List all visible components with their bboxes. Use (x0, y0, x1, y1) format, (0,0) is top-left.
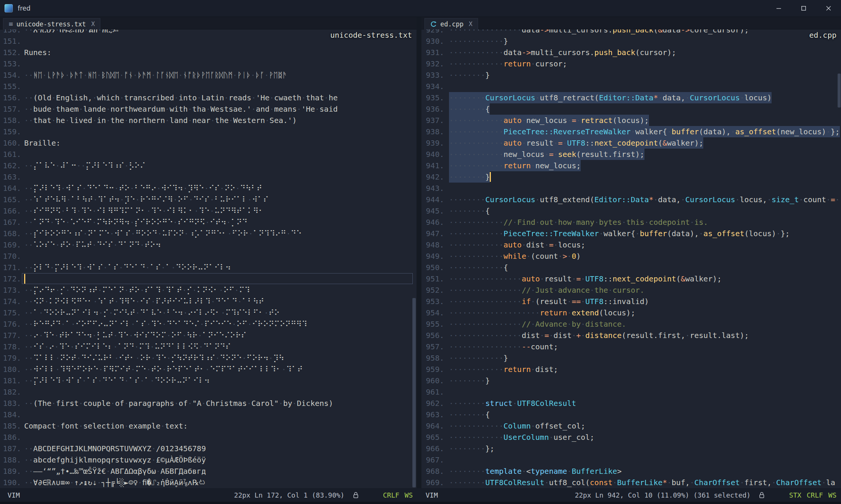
code-line[interactable]: 186. (0, 432, 417, 443)
code-line[interactable]: 187.··ABCDEFGHIJKLMNOPQRSTUVWXYZ·/012345… (0, 443, 417, 454)
code-line[interactable]: 171.··⡕⠇⠙·⡍⠜⠇⠑⠹·⠺⠁⠎·⠁⠎·⠙⠑⠁⠙·⠁⠎·⠁·⠙⠕⠕⠗⠤⠝⠁… (0, 262, 417, 273)
code-line[interactable]: 165.··⠱⠁⠞⠑⠧⠻·⠁⠃⠳⠞·⠹⠁⠞⠲·⡹⠑·⠗⠑⠛⠊⠌⠻·⠕⠋·⠙⠊⠎·… (0, 194, 417, 205)
code-line[interactable]: 178.··⠊⠎·⠔·⠹⠑·⠎⠊⠍⠊⠇⠑⠆·⠁⠝⠙·⠍⠹·⠥⠝⠙⠁⠇⠇⠪⠫·⠙⠁… (0, 341, 417, 352)
code-line[interactable]: 954.····················return·extend(lo… (421, 307, 841, 318)
code-line[interactable]: 935.········CursorLocus·utf8_retract(Edi… (421, 92, 841, 103)
editor-viewport-right[interactable]: 929.················data->multi_cursors.… (421, 29, 841, 488)
code-line[interactable]: 937.············auto·new_locus·=·retract… (421, 115, 841, 126)
code-line[interactable]: 161. (0, 149, 417, 160)
code-line[interactable]: 966.········}; (421, 443, 841, 454)
code-line[interactable]: 154.··ᚻᛖ·ᚳᚹᚫᚦ·ᚦᚫᛏ·ᚻᛖ·ᛒᚢᛞᛖ·ᚩᚾ·ᚦᚫᛗ·ᛚᚪᚾᛞᛖ·ᚾ… (0, 69, 417, 81)
code-line[interactable]: 190.··∀∂∈ℝ∧∪≡∞·↑↗↨↻⇣·┐┼╔╘░►☺♀·ﬁ�⑀₂ἠḂӥḀӥ⅞… (0, 477, 417, 488)
code-line[interactable]: 965.············UserColumn·user_col; (421, 432, 841, 443)
code-line[interactable]: 947.············PieceTree::TreeWalker·wa… (421, 228, 841, 239)
code-line[interactable]: 969.········UTF8ColResult·utf8_col(const… (421, 477, 841, 488)
code-line[interactable]: 968.········template·<typename·BufferLik… (421, 466, 841, 477)
code-line[interactable]: 939.············auto·result·=·UTF8::next… (421, 137, 841, 149)
code-line[interactable]: 158.··that·he·lived·in·the·northern·land… (0, 115, 417, 126)
code-line[interactable]: 953.················if·(result·==·UTF8::… (421, 296, 841, 307)
tab-close-icon[interactable]: X (469, 20, 472, 28)
code-line[interactable]: 153. (0, 58, 417, 69)
code-line[interactable]: 180.··⠺⠊⠇⠇·⠹⠻⠑⠋⠕⠗⠑·⠏⠻⠍⠊⠞·⠍⠑·⠞⠕·⠗⠑⠏⠑⠁⠞⠂·⠑… (0, 364, 417, 375)
code-line[interactable]: 951.················auto·result·=·UTF8::… (421, 273, 841, 284)
code-line[interactable]: 182. (0, 386, 417, 398)
code-line[interactable]: 941.············return·new_locus; (421, 160, 841, 171)
line-number: 154. (0, 69, 21, 81)
code-line[interactable]: 938.············PieceTree::ReverseTreeWa… (421, 126, 841, 137)
code-line[interactable]: 175.··⠁·⠙⠕⠕⠗⠤⠝⠁⠊⠇⠲·⡊·⠍⠊⠣⠞·⠙⠁⠧⠑·⠃⠑⠲·⠔⠊⠇⠔⠫… (0, 307, 417, 318)
code-line[interactable]: 152.Runes: (0, 47, 417, 58)
line-number: 956. (421, 330, 444, 341)
code-line[interactable]: 948.············auto·dist·=·locus; (421, 239, 841, 250)
code-line[interactable]: 962.········struct·UTF8ColResult (421, 398, 841, 409)
code-line[interactable]: 944.········CursorLocus·utf8_extend(Edit… (421, 194, 841, 205)
minimize-button[interactable] (766, 0, 791, 17)
tab-ed-cpp[interactable]: ed.cpp X (424, 18, 478, 29)
line-number: 930. (421, 35, 444, 47)
code-line[interactable]: 929.················data->multi_cursors.… (421, 29, 841, 35)
code-line[interactable]: 952.················//·Just·advance·the·… (421, 284, 841, 296)
editor-viewport-left[interactable]: 150.··እግርህን·በፍራሽህ·ልክ·ዘርጋ።151.152.Runes:1… (0, 29, 417, 488)
line-number: 186. (0, 432, 21, 443)
code-line[interactable]: 183.··(The·first·couple·of·paragraphs·of… (0, 398, 417, 409)
maximize-button[interactable] (791, 0, 816, 17)
code-line[interactable]: 159. (0, 126, 417, 137)
code-line[interactable]: 162.··⡌⠁⠧⠑·⠼⠁⠒··⡍⠜⠇⠑⠹⠰⠎·⡣⠕⠌ (0, 160, 417, 171)
line-text: ··⡌⠁⠧⠑·⠼⠁⠒··⡍⠜⠇⠑⠹⠰⠎·⡣⠕⠌ (24, 160, 145, 171)
close-button[interactable] (816, 0, 841, 17)
line-number: 960. (421, 375, 444, 386)
code-line[interactable]: 946.············//·Find·out·how·many·byt… (421, 217, 841, 228)
code-line[interactable]: 188.··abcdefghijklmnopqrstuvwxyz·£©µÀÆÖÞ… (0, 454, 417, 466)
code-line[interactable]: 958.············} (421, 352, 841, 364)
code-line[interactable]: 167.··⠁⠝⠙·⠹⠑·⠡⠊⠑⠋·⠍⠳⠗⠝⠻⠲·⡎⠊⠗⠕⠕⠛⠑·⠎⠊⠛⠝⠫·⠊… (0, 217, 417, 228)
code-line[interactable]: 949.············while·(count·>·0) (421, 250, 841, 262)
code-line[interactable]: 963.········{ (421, 409, 841, 420)
code-line[interactable]: 932.············return·cursor; (421, 58, 841, 69)
line-number: 189. (0, 466, 21, 477)
code-line[interactable]: 177.··⠔·⠹⠑·⠞⠗⠁⠙⠑⠲·⡃⠥⠞·⠹⠑·⠺⠊⠎⠙⠕⠍·⠕⠋·⠳⠗·⠁⠝… (0, 330, 417, 341)
code-line[interactable]: 176.··⠗⠑⠛⠜⠙·⠁·⠊⠕⠋⠋⠔⠤⠝⠁⠊⠇·⠁⠎·⠹⠑·⠙⠑⠁⠙⠑⠌·⠏⠊… (0, 318, 417, 330)
pane-divider[interactable] (417, 17, 421, 488)
code-line[interactable]: 934. (421, 81, 841, 92)
code-line[interactable]: 955.················//·Advance·by·distan… (421, 318, 841, 330)
scrollbar-thumb[interactable] (838, 74, 841, 108)
scrollbar-thumb[interactable] (412, 298, 416, 487)
code-line[interactable]: 959.············return·dist; (421, 364, 841, 375)
code-line[interactable]: 943. (421, 183, 841, 194)
line-number: 966. (421, 443, 444, 454)
code-line[interactable]: 174.··⠪⠝·⠅⠝⠪⠇⠫⠛⠑⠂·⠱⠁⠞·⠹⠻⠑·⠊⠎·⠏⠜⠞⠊⠊⠥⠇⠜⠇⠹·… (0, 296, 417, 307)
code-line[interactable]: 950.············{ (421, 262, 841, 273)
tab-close-icon[interactable]: X (91, 20, 95, 28)
code-line[interactable]: 181.··⡍⠜⠇⠑⠹·⠺⠁⠎·⠁⠎·⠙⠑⠁⠙·⠁⠎·⠁·⠙⠕⠕⠗⠤⠝⠁⠊⠇⠲ (0, 375, 417, 386)
code-line[interactable]: 170. (0, 250, 417, 262)
code-line[interactable]: 961. (421, 386, 841, 398)
code-line[interactable]: 168.··⡎⠊⠗⠕⠕⠛⠑⠰⠎·⠝⠁⠍⠑·⠺⠁⠎·⠛⠕⠕⠙·⠥⠏⠕⠝·⠰⡡⠁⠝⠛… (0, 228, 417, 239)
code-line[interactable]: 967. (421, 454, 841, 466)
code-line[interactable]: 169.··⠡⠕⠎⠑·⠞⠕·⠏⠥⠞·⠙⠊⠎·⠙⠁⠝⠙·⠞⠕⠲ (0, 239, 417, 250)
code-line[interactable]: 960.········} (421, 375, 841, 386)
code-line[interactable]: 173.··⡍⠔⠙⠖·⡊·⠙⠕⠝⠰⠞·⠍⠑⠁⠝·⠞⠕·⠎⠁⠹·⠹⠁⠞·⡊·⠅⠝⠪… (0, 284, 417, 296)
code-line[interactable]: 933.········} (421, 69, 841, 81)
code-line[interactable]: 157.··bude·thaem·lande·northweardum·with… (0, 103, 417, 115)
code-line[interactable]: 964.············Column·offset_col; (421, 420, 841, 432)
code-line[interactable]: 166.··⠎⠊⠛⠝⠫·⠃⠹·⠹⠑·⠊⠇⠻⠛⠹⠍⠁⠝⠂·⠹⠑·⠊⠇⠻⠅⠂·⠹⠑·… (0, 205, 417, 217)
code-line[interactable]: 156.··(Old·English,·which·transcribed·in… (0, 92, 417, 103)
line-number: 174. (0, 296, 21, 307)
code-line[interactable]: 160.Braille: (0, 137, 417, 149)
tab-unicode-stress-txt[interactable]: ≡ unicode-stress.txt X (3, 18, 100, 29)
code-line[interactable]: 931.············data->multi_cursors.push… (421, 47, 841, 58)
code-line[interactable]: 155. (0, 81, 417, 92)
code-line[interactable]: 940.············new_locus·=·seek(result.… (421, 149, 841, 160)
code-line[interactable]: 163. (0, 171, 417, 183)
code-line[interactable]: 184. (0, 409, 417, 420)
code-line[interactable]: 957.················--count; (421, 341, 841, 352)
code-line[interactable]: 179.··⠩⠁⠇⠇·⠝⠕⠞·⠙⠊⠌⠥⠗⠃·⠊⠞⠂·⠕⠗·⠹⠑·⡊⠳⠝⠞⠗⠹⠰⠎… (0, 352, 417, 364)
code-line[interactable]: 930.············} (421, 35, 841, 47)
code-line[interactable]: 956.················dist·=·dist·+·distan… (421, 330, 841, 341)
code-line[interactable]: 942.········} (421, 171, 841, 183)
code-line[interactable]: 185.Compact·font·selection·example·text: (0, 420, 417, 432)
code-line[interactable]: 189.··–—‘“”„†•…‰™œŠŸž€·ΑΒΓΔΩαβγδω·АБВГДа… (0, 466, 417, 477)
code-line[interactable]: 945.········{ (421, 205, 841, 217)
code-line[interactable]: 936.········{ (421, 103, 841, 115)
code-line[interactable]: 164.··⡍⠜⠇⠑⠹·⠺⠁⠎·⠙⠑⠁⠙⠒·⠞⠕·⠃⠑⠛⠔·⠺⠊⠹⠲·⡹⠻⠑·⠊… (0, 183, 417, 194)
